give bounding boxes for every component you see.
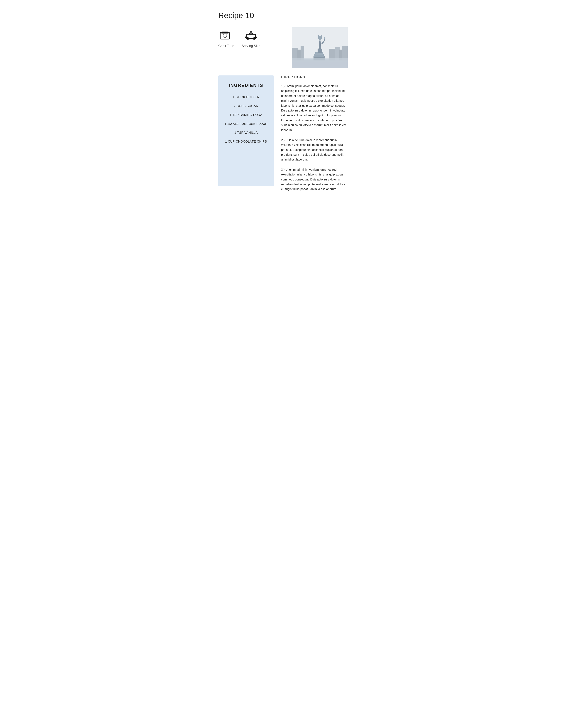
directions-section: DIRECTIONS 1.) Lorem ipsum dolor sit ame… bbox=[281, 75, 348, 197]
ingredient-5: 1 TSP VANILLA bbox=[235, 131, 258, 135]
page-title: Recipe 10 bbox=[218, 11, 348, 20]
svg-point-29 bbox=[324, 37, 325, 39]
top-section: Cook Time Serving Size bbox=[218, 27, 348, 68]
svg-point-10 bbox=[250, 31, 252, 33]
direction-step-2: 2.) Duis aute irure dolor in reprehender… bbox=[281, 138, 348, 162]
ingredients-box: INGREDIENTS 1 STICK BUTTER 2 CUPS SUGAR … bbox=[218, 75, 274, 186]
serving-size-item: Serving Size bbox=[242, 27, 260, 48]
svg-rect-9 bbox=[247, 34, 256, 38]
direction-step-3: 3.) Ut enim ad minim veniam, quis nostru… bbox=[281, 167, 348, 192]
serving-size-icon bbox=[244, 27, 259, 42]
directions-title: DIRECTIONS bbox=[281, 75, 348, 79]
cook-time-icon bbox=[219, 27, 234, 42]
hero-image-container bbox=[268, 27, 348, 68]
svg-rect-37 bbox=[292, 60, 348, 68]
ingredient-4: 1 1/2 ALL PURPOSE FLOUR bbox=[225, 122, 268, 126]
svg-rect-24 bbox=[317, 49, 322, 53]
ingredient-3: 1 TSP BAKING SODA bbox=[230, 113, 263, 117]
serving-size-label: Serving Size bbox=[242, 44, 260, 48]
ingredients-title: INGREDIENTS bbox=[229, 83, 263, 88]
cook-time-item: Cook Time bbox=[218, 27, 234, 48]
cook-time-label: Cook Time bbox=[218, 44, 234, 48]
ingredient-1: 1 STICK BUTTER bbox=[233, 95, 259, 99]
ingredient-2: 2 CUPS SUGAR bbox=[234, 104, 259, 108]
direction-step-1: 1.) Lorem ipsum dolor sit amet, consecte… bbox=[281, 84, 348, 133]
meta-icons: Cook Time Serving Size bbox=[218, 27, 260, 68]
hero-illustration bbox=[292, 27, 348, 68]
svg-rect-28 bbox=[324, 38, 325, 41]
ingredient-6: 1 CUP CHOCOLATE CHIPS bbox=[225, 140, 267, 143]
main-content: INGREDIENTS 1 STICK BUTTER 2 CUPS SUGAR … bbox=[218, 75, 348, 197]
